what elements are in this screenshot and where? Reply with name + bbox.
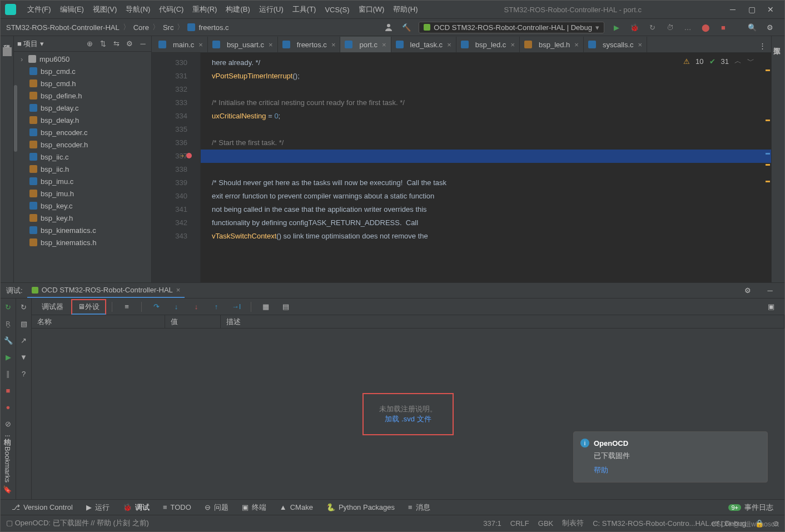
collapse-icon[interactable]: ⇆ (111, 39, 121, 48)
menu-nav[interactable]: 导航(N) (121, 4, 155, 14)
menu-help[interactable]: 帮助(H) (389, 4, 422, 14)
layout-settings-icon[interactable]: ▣ (764, 300, 778, 314)
debug-hide-icon[interactable]: ─ (763, 284, 777, 297)
run-to-cursor-icon[interactable]: →I (230, 300, 243, 314)
sb-event-log[interactable]: 9+事件日志 (723, 503, 779, 513)
tree-file[interactable]: bsp_imu.h (14, 187, 151, 200)
view-breakpoints-icon[interactable]: ● (3, 402, 13, 412)
tree-file[interactable]: bsp_define.h (14, 90, 151, 102)
sb-run[interactable]: ▶运行 (81, 503, 115, 513)
col-name[interactable]: 名称 (32, 315, 165, 328)
editor-tab[interactable]: port.c× (340, 37, 391, 52)
tree-file[interactable]: bsp_cmd.c (14, 65, 151, 77)
editor-tab[interactable]: bsp_usart.c× (208, 37, 278, 52)
locate-icon[interactable]: ⊕ (85, 39, 95, 48)
menu-window[interactable]: 窗口(W) (354, 4, 389, 14)
sb-caret-pos[interactable]: 337:1 (483, 519, 501, 528)
editor-tab[interactable]: freertos.c× (278, 37, 341, 52)
help-icon[interactable]: ? (19, 369, 29, 379)
debug-button[interactable]: 🐞 (628, 21, 641, 34)
tree-file[interactable]: bsp_kinematics.c (14, 224, 151, 236)
reload-icon[interactable]: ↻ (19, 302, 29, 312)
editor-tab[interactable]: bsp_led.c× (456, 37, 520, 52)
menu-code[interactable]: 代码(C) (155, 4, 188, 14)
attach-icon[interactable]: … (681, 21, 694, 34)
run-button[interactable]: ▶ (610, 21, 623, 34)
menu-edit[interactable]: 编辑(E) (56, 4, 88, 14)
sb-python[interactable]: 🐍Python Packages (321, 503, 400, 511)
sb-indent[interactable]: 制表符 (562, 518, 584, 528)
crumb-project[interactable]: STM32-ROS-Robot-Controller-HAL (6, 23, 120, 32)
export-icon[interactable]: ↗ (19, 335, 29, 345)
threads-icon[interactable]: ≡ (120, 300, 133, 314)
tree-file[interactable]: bsp_iic.h (14, 163, 151, 175)
close-button[interactable]: ✕ (761, 5, 780, 14)
ok-icon[interactable]: ✔ (709, 57, 716, 66)
build-hammer-icon[interactable]: 🔨 (400, 21, 413, 34)
stop-button[interactable]: ■ (717, 21, 730, 34)
step-over-icon[interactable]: ↷ (150, 300, 163, 314)
tree-file[interactable]: bsp_key.c (14, 200, 151, 212)
menu-view[interactable]: 视图(V) (88, 4, 121, 14)
sb-cmake[interactable]: ▲CMake (274, 503, 319, 511)
tree-file[interactable]: bsp_imu.c (14, 175, 151, 187)
force-step-icon[interactable]: ↓ (190, 300, 203, 314)
menu-tools[interactable]: 工具(T) (288, 4, 321, 14)
settings-icon[interactable]: ⚙ (763, 21, 777, 34)
tree-file[interactable]: bsp_delay.c (14, 102, 151, 114)
database-tool-button[interactable]: 数据库 (772, 36, 782, 42)
minimize-button[interactable]: ─ (723, 5, 742, 14)
chevron-down-icon[interactable]: ﹀ (747, 56, 754, 66)
col-value[interactable]: 值 (165, 315, 221, 328)
tree-file[interactable]: bsp_encoder.c (14, 126, 151, 138)
evaluate-icon[interactable]: ▦ (259, 300, 272, 314)
notif-help-link[interactable]: 帮助 (594, 465, 761, 475)
debug-session-tab[interactable]: OCD STM32-ROS-Robot-Controller-HAL × (27, 284, 185, 298)
debugger-subtab[interactable]: 调试器 (36, 299, 69, 315)
resume-r-icon[interactable]: Ṟ (3, 319, 13, 329)
editor-tab[interactable]: led_task.c× (391, 37, 456, 52)
coverage-icon[interactable]: ↻ (645, 21, 659, 34)
tree-file[interactable]: bsp_iic.c (14, 151, 151, 163)
sb-debug[interactable]: 🐞调试 (117, 503, 155, 513)
structure-tool-button[interactable]: 结构 ⁝ (2, 432, 12, 437)
sb-problems[interactable]: ⊖问题 (199, 503, 234, 513)
tree-file[interactable]: bsp_encoder.h (14, 138, 151, 151)
menu-file[interactable]: 文件(F) (23, 4, 56, 14)
chevron-up-icon[interactable]: ︿ (734, 56, 742, 66)
panel-hide-icon[interactable]: ─ (138, 39, 148, 48)
step-into-icon[interactable]: ↓ (170, 300, 183, 314)
layout-icon[interactable]: ▤ (279, 300, 292, 314)
stop-debug-icon[interactable]: ⬤ (699, 21, 712, 34)
peripherals-subtab[interactable]: 🖥 外设 (71, 299, 106, 315)
rerun-icon[interactable]: ↻ (3, 302, 13, 312)
pause-icon[interactable]: ‖ (3, 369, 13, 379)
filter-icon[interactable]: ▼ (19, 352, 29, 362)
step-out-icon[interactable]: ↑ (210, 300, 223, 314)
menu-run[interactable]: 运行(U) (255, 4, 288, 14)
tree-file[interactable]: bsp_kinematics.h (14, 236, 151, 248)
profile-icon[interactable]: ⏱ (663, 21, 677, 34)
warning-icon[interactable]: ⚠ (683, 57, 690, 66)
layers-icon[interactable]: ▧ (19, 319, 29, 329)
maximize-button[interactable]: ▢ (742, 5, 761, 14)
resume-icon[interactable]: ▶ (3, 352, 13, 362)
crumb-file[interactable]: freertos.c (198, 23, 228, 32)
sb-encoding[interactable]: GBK (538, 519, 553, 528)
tabs-more-icon[interactable]: ⋮ (756, 39, 769, 52)
editor-tab[interactable]: main.c× (154, 37, 208, 52)
tree-file[interactable]: bsp_delay.h (14, 114, 151, 126)
search-icon[interactable]: 🔍 (746, 21, 759, 34)
panel-settings-icon[interactable]: ⚙ (125, 39, 135, 48)
editor-tab[interactable]: syscalls.c× (584, 37, 647, 52)
tree-file[interactable]: bsp_cmd.h (14, 77, 151, 90)
crumb-src[interactable]: Src (163, 23, 174, 32)
load-svd-link[interactable]: 加载 .svd 文件 (379, 414, 437, 424)
mute-breakpoints-icon[interactable]: ⊘ (3, 419, 13, 429)
sb-messages[interactable]: ≡消息 (403, 503, 436, 513)
stop-icon[interactable]: ■ (3, 385, 13, 395)
run-config-selector[interactable]: OCD STM32-ROS-Robot-Controller-HAL | Deb… (419, 22, 604, 33)
sb-line-sep[interactable]: CRLF (510, 519, 529, 528)
sb-todo[interactable]: ≡TODO (157, 503, 197, 511)
tree-file[interactable]: bsp_key.h (14, 212, 151, 224)
